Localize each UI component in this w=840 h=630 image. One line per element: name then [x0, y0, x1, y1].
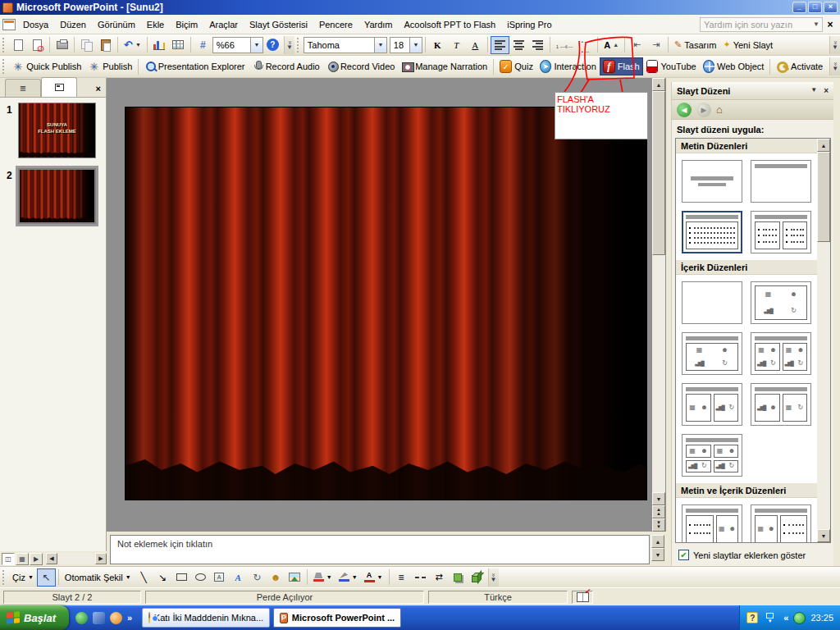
interaction-button[interactable]: ➤Interaction	[536, 57, 600, 75]
scroll-down-button[interactable]: ▼	[652, 492, 665, 505]
restore-button[interactable]: □	[808, 2, 822, 13]
quick-publish-button[interactable]: ✳Quick Publish	[9, 57, 84, 75]
chevron-down-icon[interactable]: ▼	[250, 38, 262, 52]
increase-font-button[interactable]: A▲	[600, 36, 622, 54]
activate-button[interactable]: Activate	[773, 57, 826, 75]
chevron-down-icon[interactable]: ▼	[135, 42, 141, 48]
scroll-up-button[interactable]: ▲	[817, 139, 830, 152]
utorrent-icon[interactable]	[75, 612, 88, 624]
scroll-right-button[interactable]: ▶	[95, 553, 107, 564]
scroll-down-button[interactable]: ▼	[817, 529, 830, 542]
layout-text-content[interactable]: ▦☻	[682, 504, 742, 543]
scroll-left-button[interactable]: ◀	[46, 553, 57, 564]
antivirus-tray-icon[interactable]	[793, 612, 806, 624]
menu-yardim[interactable]: Yardım	[358, 16, 399, 33]
wordart-button[interactable]: A	[229, 568, 248, 587]
slide-2-thumbnail[interactable]	[18, 168, 96, 224]
layout-title-content-pair[interactable]: ▦☻▃▆█↻	[682, 383, 742, 426]
toolbar-options-button[interactable]: »▼	[829, 36, 840, 54]
taskbar-window-chrome[interactable]: Katı İki Madddenin Mıkna...	[142, 608, 270, 628]
layout-title-content-pair-2[interactable]: ▃▆█☻▦↻	[751, 383, 811, 426]
toolbar-options-button[interactable]: »▼	[829, 57, 840, 75]
slide-sorter-view-button[interactable]: ▦	[16, 553, 29, 565]
underline-button[interactable]: A	[466, 36, 485, 54]
line-style-button[interactable]: ≡	[392, 568, 411, 587]
help-button[interactable]: ?	[263, 36, 282, 54]
help-question-box[interactable]: Yardım için soru yazın ▼	[700, 17, 823, 32]
insert-chart-button[interactable]	[150, 36, 169, 54]
line-tool-button[interactable]: ╲	[135, 568, 153, 587]
insert-clipart-button[interactable]: ☻	[267, 568, 285, 587]
draw-menu-button[interactable]: Çiz▼	[9, 568, 37, 587]
layout-title-slide[interactable]	[682, 160, 742, 203]
layout-title-two-content[interactable]: ▦☻▃▆█↻▦☻▃▆█↻	[751, 332, 811, 375]
youtube-button[interactable]: YouTube	[643, 57, 700, 75]
design-button[interactable]: ✎Tasarım	[671, 36, 719, 54]
italic-button[interactable]: T	[447, 36, 466, 54]
toolbar-options-button[interactable]: »▼	[488, 568, 499, 587]
chevron-down-icon[interactable]: ▼	[352, 574, 358, 580]
presentation-explorer-button[interactable]: Presentation Explorer	[141, 57, 248, 75]
slide-1-thumbnail[interactable]: SUNUYA FLASH EKLEME	[18, 103, 96, 158]
checkbox-checked-icon[interactable]: ✔	[678, 550, 689, 560]
bold-button[interactable]: K	[428, 36, 447, 54]
next-slide-button[interactable]: ▼▼	[652, 518, 665, 532]
menu-slayt-gosterisi[interactable]: Slayt Gösterisi	[244, 16, 313, 33]
layout-title-text-selected[interactable]	[682, 211, 742, 253]
scrollbar-thumb[interactable]	[652, 91, 665, 255]
new-slide-button[interactable]: ✦Yeni Slayt	[719, 36, 776, 54]
flash-button[interactable]: fFlash	[600, 57, 643, 75]
powerpoint-app-icon[interactable]	[2, 2, 13, 13]
layout-title-four-content[interactable]: ▦☻▦☻▃▆█↻▃▆█↻	[682, 434, 742, 477]
insert-picture-button[interactable]	[285, 568, 304, 587]
scrollbar-track[interactable]	[817, 242, 830, 529]
shadow-style-button[interactable]	[449, 568, 468, 587]
scroll-up-button[interactable]: ▲	[652, 78, 665, 91]
toolbar-options-button[interactable]: »▼	[284, 36, 294, 54]
menu-dosya[interactable]: Dosya	[17, 16, 54, 33]
toolbar-grip[interactable]	[297, 38, 301, 52]
normal-view-button[interactable]: ◫	[2, 553, 15, 565]
start-button[interactable]: Başlat	[0, 605, 69, 630]
menu-ekle[interactable]: Ekle	[141, 16, 170, 33]
threed-style-button[interactable]	[468, 568, 486, 587]
decrease-indent-button[interactable]: ⇤	[628, 36, 646, 54]
permission-button[interactable]	[28, 36, 47, 54]
layout-content-text[interactable]: ▦☻	[751, 504, 811, 543]
record-video-button[interactable]: Record Video	[323, 57, 399, 75]
scroll-up-button[interactable]: ▲	[651, 535, 664, 548]
new-button[interactable]	[9, 36, 28, 54]
print-button[interactable]	[52, 36, 71, 54]
font-color-button[interactable]: A▼	[361, 568, 386, 587]
arrow-style-button[interactable]: ⇄	[430, 568, 449, 587]
scroll-down-button[interactable]: ▼	[651, 548, 664, 561]
document-icon[interactable]	[2, 19, 16, 30]
layout-title-content[interactable]: ▦☻▃▆█↻	[682, 332, 742, 375]
help-tray-icon[interactable]: ?	[746, 612, 758, 623]
textbox-tool-button[interactable]: A	[210, 568, 229, 587]
publish-button[interactable]: ✳Publish	[84, 57, 135, 75]
show-on-insert-option[interactable]: ✔ Yeni slaytlar eklerken göster	[678, 550, 806, 560]
task-pane-close-icon[interactable]: ×	[824, 86, 829, 95]
quiz-button[interactable]: ✓Quiz	[496, 57, 536, 75]
toolbar-grip[interactable]	[2, 570, 7, 585]
slideshow-view-button[interactable]: ▶	[30, 553, 43, 565]
font-size-combobox[interactable]: 18 ▼	[390, 37, 422, 53]
chevron-down-icon[interactable]: ▼	[810, 21, 822, 28]
minimize-button[interactable]: _	[792, 2, 806, 13]
arrow-tool-button[interactable]: ↘	[153, 568, 172, 587]
menu-acoolsoft[interactable]: Acoolsoft PPT to Flash	[399, 16, 502, 33]
menu-ispring-pro[interactable]: iSpring Pro	[501, 16, 557, 33]
fill-color-button[interactable]: ▼	[310, 568, 336, 587]
menu-bicim[interactable]: Biçim	[170, 16, 203, 33]
font-name-combobox[interactable]: Tahoma ▼	[304, 37, 387, 53]
paste-button[interactable]	[96, 36, 115, 54]
scrollbar-track[interactable]	[652, 255, 665, 492]
line-color-button[interactable]: ▼	[336, 568, 361, 587]
layout-title-only[interactable]	[751, 160, 811, 203]
forward-icon[interactable]: ▶	[696, 103, 711, 117]
previous-slide-button[interactable]: ▲▲	[652, 505, 665, 518]
quick-launch-overflow[interactable]: »	[127, 613, 132, 623]
tab-slides[interactable]	[41, 77, 77, 97]
chevron-down-icon[interactable]: ▼	[409, 38, 422, 52]
